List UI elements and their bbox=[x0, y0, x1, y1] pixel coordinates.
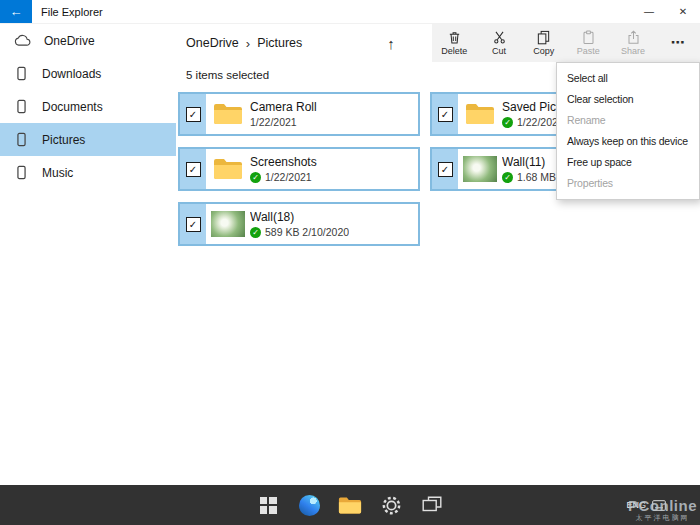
sidebar-item-onedrive[interactable]: OneDrive bbox=[0, 24, 176, 57]
device-icon bbox=[14, 165, 29, 180]
selection-strip bbox=[180, 94, 206, 134]
scissors-icon bbox=[492, 30, 507, 45]
copy-button[interactable]: Copy bbox=[521, 24, 566, 62]
content-header: OneDrive › Pictures ↑ Delete Cut bbox=[176, 24, 700, 62]
command-toolbar: Delete Cut Copy Paste bbox=[432, 24, 700, 62]
menu-item-properties: Properties bbox=[557, 173, 699, 194]
edge-browser-button[interactable] bbox=[295, 485, 323, 525]
file-date: 1/22/2021 bbox=[250, 116, 297, 128]
device-icon bbox=[14, 99, 29, 114]
checkbox-checked-icon[interactable] bbox=[438, 107, 453, 122]
up-arrow-icon: ↑ bbox=[387, 35, 395, 52]
settings-button[interactable] bbox=[377, 485, 405, 525]
context-menu: Select all Clear selection Rename Always… bbox=[556, 62, 700, 200]
image-thumbnail bbox=[463, 156, 497, 182]
window-title: File Explorer bbox=[32, 0, 103, 23]
titlebar: ← File Explorer — ✕ bbox=[0, 0, 700, 24]
synced-check-icon bbox=[250, 227, 261, 238]
file-tile-wall18[interactable]: Wall(18) 589 KB 2/10/2020 bbox=[178, 202, 420, 246]
file-tile-screenshots[interactable]: Screenshots 1/22/2021 bbox=[178, 147, 420, 191]
minimize-icon: — bbox=[644, 6, 654, 17]
selection-strip bbox=[432, 149, 458, 189]
file-icon-wrap bbox=[206, 204, 250, 244]
taskbar-icons bbox=[254, 485, 446, 525]
file-date: 589 KB 2/10/2020 bbox=[265, 226, 349, 238]
sidebar-item-documents[interactable]: Documents bbox=[0, 90, 176, 123]
breadcrumb-current: Pictures bbox=[257, 36, 302, 50]
file-icon-wrap bbox=[206, 149, 250, 189]
button-label: Paste bbox=[577, 47, 600, 56]
file-icon-wrap bbox=[458, 149, 502, 189]
sidebar-item-pictures[interactable]: Pictures bbox=[0, 123, 176, 156]
breadcrumb: OneDrive › Pictures bbox=[176, 36, 302, 51]
more-icon: ⋯ bbox=[671, 35, 685, 49]
share-icon bbox=[626, 30, 641, 45]
file-icon-wrap bbox=[206, 94, 250, 134]
checkbox-checked-icon[interactable] bbox=[438, 162, 453, 177]
button-label: Cut bbox=[492, 47, 506, 56]
folder-icon bbox=[465, 102, 495, 126]
delete-button[interactable]: Delete bbox=[432, 24, 477, 62]
cloud-icon bbox=[14, 34, 31, 47]
file-name: Camera Roll bbox=[250, 100, 317, 114]
file-meta: 1/22/2021 bbox=[250, 116, 317, 128]
selection-strip bbox=[180, 149, 206, 189]
up-button[interactable]: ↑ bbox=[376, 35, 406, 52]
sidebar-item-music[interactable]: Music bbox=[0, 156, 176, 189]
start-button[interactable] bbox=[254, 485, 282, 525]
folder-icon bbox=[338, 496, 362, 515]
windows-logo-icon bbox=[260, 497, 277, 514]
sidebar-item-label: Pictures bbox=[42, 133, 85, 147]
back-button[interactable]: ← bbox=[0, 0, 32, 23]
gear-icon bbox=[381, 495, 402, 516]
file-info: Screenshots 1/22/2021 bbox=[250, 149, 317, 189]
button-label: Copy bbox=[533, 47, 554, 56]
file-explorer-button[interactable] bbox=[336, 485, 364, 525]
menu-item-rename: Rename bbox=[557, 110, 699, 131]
device-icon bbox=[14, 132, 29, 147]
device-icon bbox=[14, 66, 29, 81]
menu-item-free-up-space[interactable]: Free up space bbox=[557, 152, 699, 173]
cut-button[interactable]: Cut bbox=[477, 24, 522, 62]
file-info: Camera Roll 1/22/2021 bbox=[250, 94, 317, 134]
chevron-right-icon: › bbox=[246, 36, 250, 51]
sidebar-item-downloads[interactable]: Downloads bbox=[0, 57, 176, 90]
synced-check-icon bbox=[250, 172, 261, 183]
image-thumbnail bbox=[211, 211, 245, 237]
minimize-button[interactable]: — bbox=[632, 0, 666, 23]
synced-check-icon bbox=[502, 117, 513, 128]
touch-keyboard-icon[interactable] bbox=[652, 500, 666, 511]
file-info: Wall(18) 589 KB 2/10/2020 bbox=[250, 204, 349, 244]
share-button: Share bbox=[611, 24, 656, 62]
file-icon-wrap bbox=[458, 94, 502, 134]
sidebar-item-label: Documents bbox=[42, 100, 103, 114]
clipboard-icon bbox=[581, 30, 596, 45]
checkbox-checked-icon[interactable] bbox=[186, 217, 201, 232]
trash-icon bbox=[447, 30, 462, 45]
language-indicator[interactable]: ENG bbox=[626, 500, 646, 510]
selection-strip bbox=[180, 204, 206, 244]
sidebar: OneDrive Downloads Documents Pictures Mu… bbox=[0, 24, 176, 485]
breadcrumb-root[interactable]: OneDrive bbox=[186, 36, 239, 50]
taskbar: ENG bbox=[0, 485, 700, 525]
menu-item-always-keep-on-device[interactable]: Always keep on this device bbox=[557, 131, 699, 152]
button-label: Delete bbox=[441, 47, 467, 56]
sidebar-item-label: Music bbox=[42, 166, 73, 180]
menu-item-select-all[interactable]: Select all bbox=[557, 68, 699, 89]
more-button[interactable]: ⋯ bbox=[655, 24, 700, 62]
task-view-icon bbox=[422, 496, 442, 514]
close-button[interactable]: ✕ bbox=[666, 0, 700, 23]
checkbox-checked-icon[interactable] bbox=[186, 162, 201, 177]
checkbox-checked-icon[interactable] bbox=[186, 107, 201, 122]
paste-button: Paste bbox=[566, 24, 611, 62]
synced-check-icon bbox=[502, 172, 513, 183]
file-meta: 1/22/2021 bbox=[250, 171, 317, 183]
task-view-button[interactable] bbox=[418, 485, 446, 525]
edge-icon bbox=[299, 495, 320, 516]
file-explorer-window: ← File Explorer — ✕ OneDrive Downloads D… bbox=[0, 0, 700, 525]
titlebar-drag-area bbox=[103, 0, 632, 23]
file-date: 1/22/2021 bbox=[265, 171, 312, 183]
file-name: Screenshots bbox=[250, 155, 317, 169]
file-tile-camera-roll[interactable]: Camera Roll 1/22/2021 bbox=[178, 92, 420, 136]
menu-item-clear-selection[interactable]: Clear selection bbox=[557, 89, 699, 110]
